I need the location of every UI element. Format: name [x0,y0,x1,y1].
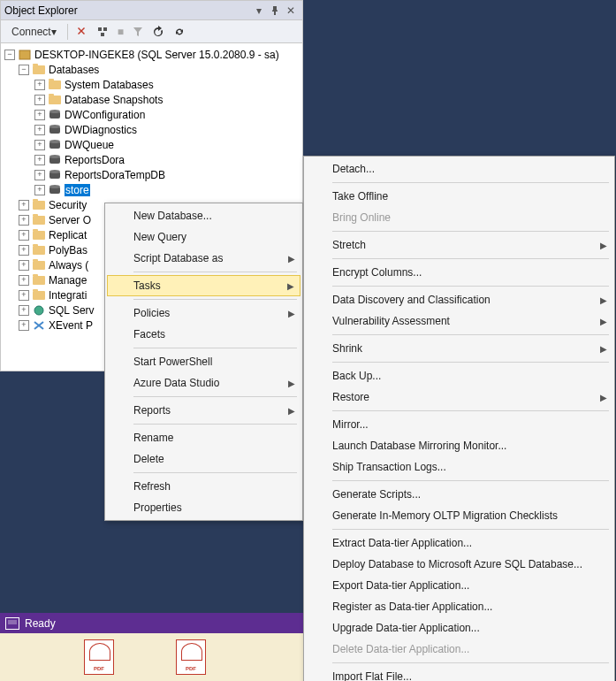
expand-icon[interactable]: + [19,290,29,301]
tree-databases[interactable]: Databases [49,64,99,76]
expand-icon[interactable]: + [34,155,45,165]
expand-icon[interactable]: + [34,80,45,90]
expand-icon[interactable]: − [19,65,29,75]
folder-icon [32,214,46,226]
xevent-icon [32,319,46,332]
pin-icon[interactable] [267,3,283,19]
expand-icon[interactable]: + [34,185,45,195]
folder-icon [32,199,46,211]
expand-icon[interactable]: + [19,200,29,210]
menu-oltp-checklists[interactable]: Generate In-Memory OLTP Migration Checkl… [306,505,612,526]
disconnect-button[interactable] [72,22,91,42]
menu-stretch[interactable]: Stretch▶ [306,234,612,256]
tree-item[interactable]: ReportsDora [65,154,125,166]
menu-new-query[interactable]: New Query [107,226,300,248]
expand-icon[interactable]: + [34,125,45,135]
menu-policies[interactable]: Policies▶ [107,302,300,324]
status-icon [5,617,19,630]
connect-button[interactable]: Connect ▾ [4,22,64,42]
menu-powershell[interactable]: Start PowerShell [107,351,300,372]
tree-item[interactable]: ReportsDoraTempDB [65,169,165,181]
menu-refresh[interactable]: Refresh [107,476,300,497]
tree-server[interactable]: DESKTOP-INGEKE8 (SQL Server 15.0.2080.9 … [34,49,279,61]
close-icon[interactable]: ✕ [283,3,299,19]
context-menu: New Database... New Query Script Databas… [104,203,303,521]
expand-icon[interactable]: + [19,320,29,331]
menu-mirror[interactable]: Mirror... [306,414,612,435]
expand-icon[interactable]: + [34,110,45,120]
expand-icon[interactable]: + [34,140,45,150]
menu-extract-dac[interactable]: Extract Data-tier Application... [306,532,612,554]
tree-item-selected[interactable]: store [65,184,90,196]
menu-upgrade-dac[interactable]: Upgrade Data-tier Application... [306,617,612,639]
database-icon [48,169,62,181]
tree-item[interactable]: Database Snapshots [65,94,163,106]
menu-detach[interactable]: Detach... [306,158,612,180]
menu-restore[interactable]: Restore▶ [306,386,612,408]
folder-icon [32,229,46,241]
agent-icon [32,304,46,317]
menu-register-dac[interactable]: Register as Data-tier Application... [306,596,612,617]
expand-icon[interactable]: − [4,50,15,60]
tree-item[interactable]: DWQueue [65,139,114,151]
expand-icon[interactable]: + [34,95,45,105]
tree-item[interactable]: SQL Serv [49,304,95,317]
menu-data-discovery[interactable]: Data Discovery and Classification▶ [306,289,612,310]
tree-item[interactable]: System Databases [65,79,154,91]
expand-icon[interactable]: + [19,230,29,241]
menu-separator [133,348,297,348]
menu-delete[interactable]: Delete [107,448,300,470]
menu-ship-transaction-logs[interactable]: Ship Transaction Logs... [306,456,612,478]
tree-item[interactable]: Integrati [49,289,87,302]
menu-separator [332,662,609,663]
tree-item[interactable]: Replicat [49,229,87,241]
menu-new-database[interactable]: New Database... [107,205,300,226]
menu-shrink[interactable]: Shrink▶ [306,338,612,359]
toolbar: Connect ▾ ■ [1,20,302,43]
menu-azure-data-studio[interactable]: Azure Data Studio▶ [107,372,300,394]
chevron-right-icon: ▶ [600,295,607,305]
menu-take-offline[interactable]: Take Offline [306,186,612,207]
menu-import-flat-file[interactable]: Import Flat File... [306,666,612,681]
menu-rename[interactable]: Rename [107,427,300,448]
expand-icon[interactable]: + [19,215,29,226]
chevron-right-icon: ▶ [600,344,607,354]
expand-icon[interactable]: + [19,305,29,316]
tree-item[interactable]: Manage [49,274,87,287]
menu-generate-scripts[interactable]: Generate Scripts... [306,484,612,505]
menu-facets[interactable]: Facets [107,324,300,345]
pdf-icon[interactable] [176,639,206,675]
status-text: Ready [25,617,56,630]
menu-vulnerability[interactable]: Vulnerability Assessment▶ [306,310,612,332]
tree-item[interactable]: Always ( [49,259,88,272]
menu-backup[interactable]: Back Up... [306,365,612,386]
tree-item[interactable]: Security [49,199,87,211]
database-icon [48,109,62,121]
menu-properties[interactable]: Properties [107,497,300,518]
menu-tasks[interactable]: Tasks▶ [107,275,300,296]
tree-item[interactable]: PolyBas [49,244,87,256]
menu-separator [332,410,609,411]
menu-deploy-azure[interactable]: Deploy Database to Microsoft Azure SQL D… [306,554,612,575]
tree-item[interactable]: Server O [49,214,91,226]
expand-icon[interactable]: + [34,170,45,180]
dropdown-icon[interactable]: ▾ [251,3,267,19]
refresh-button[interactable] [148,22,168,42]
menu-launch-mirror-monitor[interactable]: Launch Database Mirroring Monitor... [306,435,612,456]
tree-item[interactable]: DWDiagnostics [65,124,137,136]
expand-icon[interactable]: + [19,245,29,256]
expand-icon[interactable]: + [19,260,29,271]
menu-export-dac[interactable]: Export Data-tier Application... [306,575,612,596]
expand-icon[interactable]: + [19,275,29,286]
menu-separator [133,299,297,300]
menu-encrypt-columns[interactable]: Encrypt Columns... [306,262,612,283]
menu-script-database[interactable]: Script Database as▶ [107,248,300,269]
menu-reports[interactable]: Reports▶ [107,400,300,421]
svg-rect-2 [101,33,104,36]
filter-connections-button[interactable] [93,22,112,42]
tree-item[interactable]: DWConfiguration [65,109,145,121]
pdf-icon[interactable] [84,639,114,675]
sync-button[interactable] [170,22,189,42]
tree-item[interactable]: XEvent P [49,319,93,332]
folder-icon [48,79,62,91]
